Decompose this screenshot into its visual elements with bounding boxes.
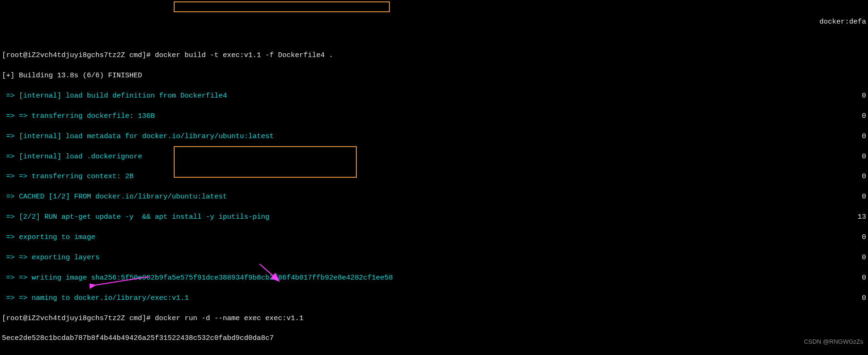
container-id: 5ece2de528c1bcdab787b8f4b44b49426a25f315… — [2, 333, 866, 343]
highlight-box-build — [174, 1, 390, 12]
build-step: 13 => [2/2] RUN apt-get update -y && apt… — [2, 212, 866, 222]
build-step: 0 => [internal] load metadata for docker… — [2, 132, 866, 141]
build-step: 0 => => transferring dockerfile: 136B — [2, 111, 866, 121]
build-step: 0 => => naming to docker.io/library/exec… — [2, 293, 866, 303]
build-step: 0 => => transferring context: 2B — [2, 172, 866, 182]
build-step: 0 => CACHED [1/2] FROM docker.io/library… — [2, 192, 866, 202]
build-step: 0 => [internal] load .dockerignore — [2, 152, 866, 162]
build-status: [+] Building 13.8s (6/6) FINISHEDdocker:… — [2, 71, 866, 81]
build-step: 0 => [internal] load build definition fr… — [2, 91, 866, 101]
cmd-run: [root@iZ2vch4tdjuyi8gchs7tz2Z cmd]# dock… — [2, 314, 866, 323]
watermark-text: CSDN @RNGWGzZs — [804, 338, 863, 347]
build-step: 0 => exporting to image — [2, 232, 866, 242]
build-step: 0 => => exporting layers — [2, 253, 866, 263]
cmd-build: [root@iZ2vch4tdjuyi8gchs7tz2Z cmd]# dock… — [2, 50, 866, 60]
terminal-output[interactable]: [root@iZ2vch4tdjuyi8gchs7tz2Z cmd]# dock… — [0, 41, 868, 355]
build-step: 0 => => writing image sha256:5f50e902b9f… — [2, 273, 866, 283]
